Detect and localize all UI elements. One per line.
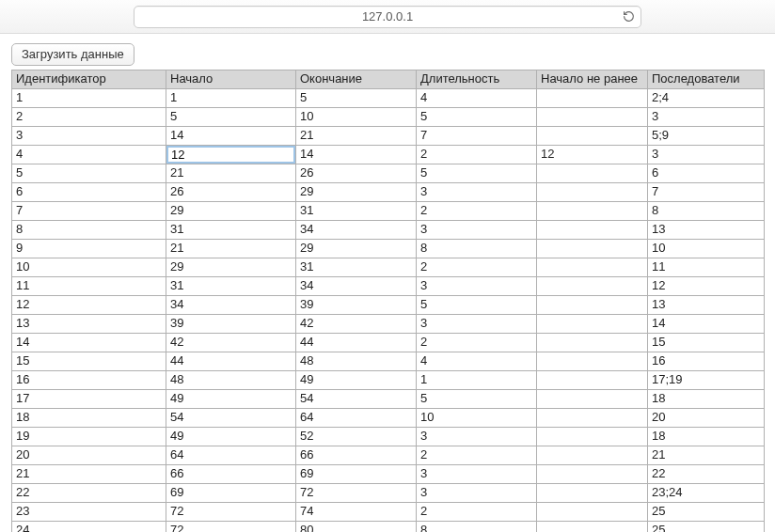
cell-end[interactable]: 31 [296, 258, 417, 277]
cell-successors[interactable]: 6 [648, 164, 765, 183]
cell-successors[interactable]: 15 [648, 334, 765, 352]
cell-not_before[interactable] [537, 277, 648, 296]
cell-duration[interactable]: 4 [417, 352, 537, 371]
cell-start[interactable]: 5 [166, 108, 296, 127]
cell-duration[interactable]: 3 [417, 484, 537, 503]
cell-not_before[interactable] [537, 89, 648, 108]
cell-start[interactable]: 26 [166, 183, 296, 202]
cell-id[interactable]: 17 [12, 390, 166, 409]
cell-duration[interactable]: 5 [417, 296, 537, 315]
cell-start[interactable]: 21 [166, 164, 296, 183]
cell-id[interactable]: 3 [12, 127, 166, 146]
cell-successors[interactable]: 8 [648, 202, 765, 221]
cell-successors[interactable]: 21 [648, 446, 765, 465]
cell-not_before[interactable] [537, 108, 648, 127]
cell-id[interactable]: 9 [12, 240, 166, 258]
cell-duration[interactable]: 8 [417, 240, 537, 258]
cell-not_before[interactable] [537, 183, 648, 202]
cell-end[interactable]: 66 [296, 446, 417, 465]
cell-id[interactable]: 2 [12, 108, 166, 127]
cell-successors[interactable]: 18 [648, 428, 765, 446]
cell-not_before[interactable] [537, 390, 648, 409]
cell-not_before[interactable] [537, 428, 648, 446]
cell-not_before[interactable] [537, 371, 648, 390]
cell-successors[interactable]: 25 [648, 522, 765, 533]
cell-id[interactable]: 6 [12, 183, 166, 202]
cell-start[interactable] [166, 146, 296, 164]
cell-start[interactable]: 44 [166, 352, 296, 371]
cell-end[interactable]: 42 [296, 315, 417, 334]
cell-successors[interactable]: 20 [648, 409, 765, 428]
cell-successors[interactable]: 5;9 [648, 127, 765, 146]
cell-successors[interactable]: 16 [648, 352, 765, 371]
cell-successors[interactable]: 23;24 [648, 484, 765, 503]
address-field[interactable]: 127.0.0.1 [134, 6, 641, 28]
cell-not_before[interactable] [537, 315, 648, 334]
cell-id[interactable]: 20 [12, 446, 166, 465]
cell-successors[interactable]: 18 [648, 390, 765, 409]
cell-not_before[interactable] [537, 522, 648, 533]
cell-start[interactable]: 66 [166, 465, 296, 484]
cell-successors[interactable]: 3 [648, 108, 765, 127]
cell-id[interactable]: 8 [12, 221, 166, 240]
cell-start[interactable]: 31 [166, 277, 296, 296]
cell-start[interactable]: 72 [166, 522, 296, 533]
cell-duration[interactable]: 2 [417, 258, 537, 277]
cell-duration[interactable]: 5 [417, 164, 537, 183]
cell-start[interactable]: 14 [166, 127, 296, 146]
cell-duration[interactable]: 3 [417, 277, 537, 296]
cell-duration[interactable]: 2 [417, 334, 537, 352]
cell-successors[interactable]: 12 [648, 277, 765, 296]
cell-id[interactable]: 5 [12, 164, 166, 183]
cell-end[interactable]: 69 [296, 465, 417, 484]
cell-start[interactable]: 1 [166, 89, 296, 108]
cell-duration[interactable]: 3 [417, 183, 537, 202]
cell-not_before[interactable] [537, 240, 648, 258]
cell-successors[interactable]: 22 [648, 465, 765, 484]
cell-successors[interactable]: 11 [648, 258, 765, 277]
cell-start[interactable]: 49 [166, 390, 296, 409]
cell-id[interactable]: 18 [12, 409, 166, 428]
cell-duration[interactable]: 3 [417, 428, 537, 446]
cell-successors[interactable]: 3 [648, 146, 765, 164]
cell-end[interactable]: 26 [296, 164, 417, 183]
cell-id[interactable]: 12 [12, 296, 166, 315]
cell-not_before[interactable] [537, 221, 648, 240]
cell-not_before[interactable] [537, 503, 648, 522]
cell-end[interactable]: 31 [296, 202, 417, 221]
cell-successors[interactable]: 17;19 [648, 371, 765, 390]
cell-end[interactable]: 21 [296, 127, 417, 146]
cell-not_before[interactable] [537, 296, 648, 315]
cell-end[interactable]: 5 [296, 89, 417, 108]
cell-end[interactable]: 74 [296, 503, 417, 522]
cell-duration[interactable]: 3 [417, 221, 537, 240]
cell-id[interactable]: 15 [12, 352, 166, 371]
cell-successors[interactable]: 13 [648, 296, 765, 315]
cell-start[interactable]: 64 [166, 446, 296, 465]
cell-duration[interactable]: 4 [417, 89, 537, 108]
cell-successors[interactable]: 10 [648, 240, 765, 258]
cell-end[interactable]: 14 [296, 146, 417, 164]
cell-end[interactable]: 10 [296, 108, 417, 127]
cell-end[interactable]: 34 [296, 277, 417, 296]
cell-start[interactable]: 54 [166, 409, 296, 428]
cell-not_before[interactable] [537, 127, 648, 146]
cell-start[interactable]: 49 [166, 428, 296, 446]
cell-id[interactable]: 14 [12, 334, 166, 352]
cell-not_before[interactable] [537, 465, 648, 484]
cell-successors[interactable]: 7 [648, 183, 765, 202]
cell-start[interactable]: 72 [166, 503, 296, 522]
cell-end[interactable]: 72 [296, 484, 417, 503]
cell-id[interactable]: 22 [12, 484, 166, 503]
cell-duration[interactable]: 8 [417, 522, 537, 533]
cell-end[interactable]: 52 [296, 428, 417, 446]
cell-duration[interactable]: 2 [417, 146, 537, 164]
cell-id[interactable]: 24 [12, 522, 166, 533]
cell-start[interactable]: 31 [166, 221, 296, 240]
cell-not_before[interactable] [537, 409, 648, 428]
cell-successors[interactable]: 2;4 [648, 89, 765, 108]
cell-start[interactable]: 21 [166, 240, 296, 258]
cell-id[interactable]: 21 [12, 465, 166, 484]
cell-id[interactable]: 1 [12, 89, 166, 108]
cell-end[interactable]: 29 [296, 183, 417, 202]
